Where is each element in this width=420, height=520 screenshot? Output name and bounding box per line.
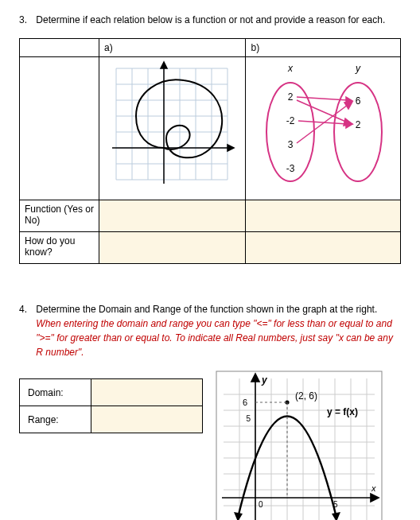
q3-table: a) b) [19, 38, 401, 264]
svg-marker-50 [251, 374, 259, 382]
y-val-0: 6 [356, 95, 361, 107]
q3-diagram-a [99, 57, 246, 200]
q3-diagram-b: x y 2 -2 3 -3 6 2 [246, 57, 401, 200]
q3-b-function-answer[interactable] [246, 200, 401, 232]
q4-graph-wrap: y x (2, 6) 6 5 5 0 y = f(x) [216, 371, 383, 520]
x-val-2: 3 [288, 139, 294, 150]
svg-marker-18 [161, 62, 167, 68]
q4-prompt-body: Determine the Domain and Range of the fu… [36, 302, 400, 359]
q4-instruction: When entering the domain and range you c… [36, 318, 393, 358]
q3-header-blank [20, 39, 99, 57]
q3-prompt-row: 3. Determine if each relation below is a… [19, 13, 401, 27]
mapping-diagram-icon: x y 2 -2 3 -3 6 2 [251, 60, 394, 188]
svg-marker-53 [332, 512, 340, 520]
y-set-label: y [355, 63, 361, 74]
svg-marker-19 [228, 145, 234, 151]
q3-diagram-blank [20, 57, 99, 200]
x-axis-label: x [371, 483, 376, 493]
y-val-1: 2 [356, 119, 361, 130]
range-answer[interactable] [91, 406, 203, 433]
svg-marker-52 [234, 512, 243, 520]
domain-label: Domain: [20, 379, 91, 406]
y-axis-label: y [261, 374, 268, 386]
x-val-1: -2 [286, 115, 295, 126]
svg-marker-29 [344, 102, 352, 109]
q3-a-how-answer[interactable] [99, 232, 246, 264]
q4-number: 4. [19, 302, 33, 316]
q3-a-function-answer[interactable] [99, 200, 246, 232]
func-label: y = f(x) [327, 406, 358, 417]
range-label: Range: [20, 406, 91, 433]
q3-prompt: Determine if each relation below is a fu… [36, 13, 400, 27]
vertex-label: (2, 6) [295, 390, 317, 402]
q4-content-row: Domain: Range: [19, 371, 401, 520]
q4-dr-table-wrap: Domain: Range: [19, 371, 203, 433]
x0-label: 0 [259, 500, 263, 509]
y5-label: 5 [246, 414, 251, 423]
x5-label: 5 [333, 500, 338, 509]
question-3: 3. Determine if each relation below is a… [19, 13, 401, 264]
q4-prompt: Determine the Domain and Range of the fu… [36, 304, 377, 315]
q3-function-label: Function (Yes or No) [20, 200, 99, 232]
q3-part-b-label: b) [246, 39, 401, 57]
q3-part-a-label: a) [99, 39, 246, 57]
curve-on-grid-icon [104, 60, 239, 188]
svg-marker-51 [371, 494, 379, 502]
x-set-label: x [287, 63, 294, 74]
svg-marker-27 [346, 121, 352, 128]
q4-prompt-row: 4. Determine the Domain and Range of the… [19, 302, 401, 359]
y6-label: 6 [243, 398, 247, 407]
question-4: 4. Determine the Domain and Range of the… [19, 302, 401, 520]
q4-dr-table: Domain: Range: [19, 378, 203, 433]
parabola-graph-icon: y x (2, 6) 6 5 5 0 y = f(x) [216, 371, 383, 520]
domain-answer[interactable] [91, 379, 203, 406]
q3-how-label: How do you know? [20, 232, 99, 264]
x-val-3: -3 [286, 163, 295, 174]
q3-number: 3. [19, 13, 33, 27]
x-val-0: 2 [288, 91, 294, 103]
q3-b-how-answer[interactable] [246, 232, 401, 264]
